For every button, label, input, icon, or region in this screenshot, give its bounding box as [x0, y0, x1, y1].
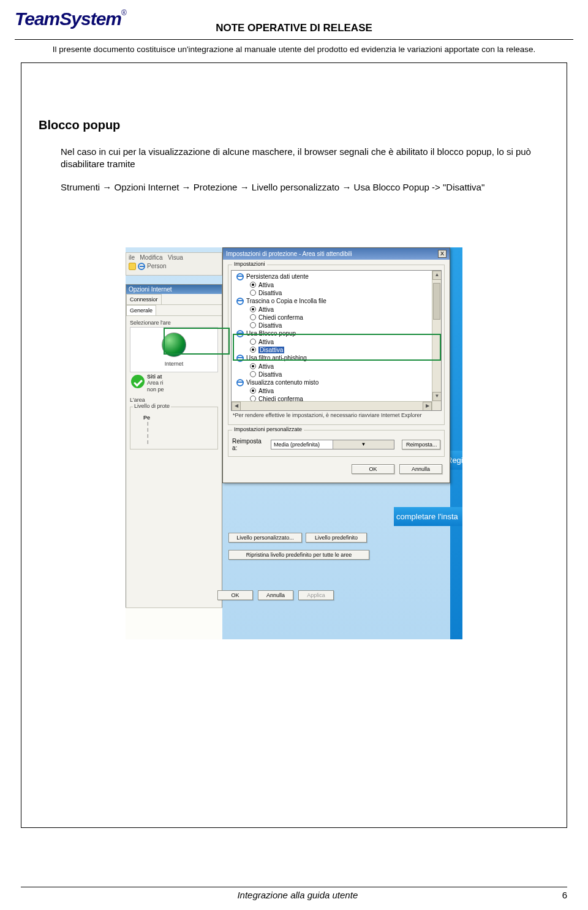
sel-area-label: Selezionare l'are [130, 320, 218, 326]
opzioni-ok-button[interactable]: OK [217, 590, 253, 600]
navigation-path: Strumenti → Opzioni Internet → Protezion… [61, 182, 549, 192]
opzioni-internet-dialog: Opzioni Internet Connessior Generale Sel… [126, 284, 222, 609]
dialog-title: Impostazioni di protezione - Area siti a… [226, 250, 352, 257]
internet-zone-label: Internet [132, 361, 216, 367]
non-pe-text: non pe [147, 386, 164, 393]
security-settings-dialog: Impostazioni di protezione - Area siti a… [222, 247, 450, 483]
impostazioni-legend: Impostazioni [232, 261, 267, 267]
opt-disattiva: Disattiva [258, 322, 282, 329]
pe-label: Pe [143, 415, 150, 421]
opt-attiva: Attiva [258, 282, 274, 288]
opzioni-body: Selezionare l'are Internet Siti at Area … [126, 316, 222, 453]
radio-icon[interactable] [250, 347, 256, 353]
radio-icon[interactable] [250, 363, 256, 369]
opzioni-annulla-button[interactable]: Annulla [258, 590, 293, 600]
tab-connessioni[interactable]: Connessior [126, 294, 162, 304]
menu-person[interactable]: Person [147, 263, 167, 269]
ie-icon [236, 379, 244, 386]
radio-icon[interactable] [250, 314, 256, 320]
favorites-icon[interactable] [129, 263, 136, 270]
radio-icon[interactable] [250, 322, 256, 328]
personalizzate-group: Impostazioni personalizzate Reimposta a:… [228, 430, 445, 457]
reimposta-combo[interactable]: Media (predefinita) ▼ [271, 440, 394, 449]
larea-text: L'area [130, 397, 218, 403]
ie-icon [236, 298, 244, 305]
content-frame: Blocco popup Nel caso in cui per la visu… [21, 62, 567, 828]
settings-tree[interactable]: Persistenza dati utente Attiva Disattiva… [231, 270, 442, 411]
ie-icon [138, 263, 145, 270]
btn-livello-personalizzato[interactable]: Livello personalizzato... [228, 533, 302, 543]
btn-livello-predefinito[interactable]: Livello predefinito [306, 533, 367, 543]
globe-icon[interactable] [162, 333, 186, 357]
radio-icon[interactable] [250, 290, 256, 296]
logo-reg: ® [121, 9, 126, 17]
section-heading: Blocco popup [39, 118, 549, 132]
opt-disattiva: Disattiva [258, 371, 282, 378]
radio-icon[interactable] [250, 282, 256, 288]
logo-text: TeamSystem [15, 9, 121, 29]
reimposta-label: Reimposta a: [232, 438, 267, 451]
radio-icon[interactable] [250, 371, 256, 377]
blue-right-strip [450, 247, 462, 639]
scroll-down-icon[interactable]: ▼ [432, 392, 442, 401]
dialog-body: Impostazioni Persistenza dati utente Att… [223, 260, 450, 483]
blue-strip-text-2: completare l'insta [394, 507, 462, 526]
scroll-right-icon[interactable]: ▶ [423, 402, 432, 411]
tree-content: Persistenza dati utente Attiva Disattiva… [232, 271, 441, 405]
document-subtitle: Il presente documento costituisce un'int… [0, 45, 588, 54]
bluestrip-line2: completare l'insta [396, 512, 458, 521]
personalizzate-legend: Impostazioni personalizzate [232, 426, 304, 432]
radio-icon[interactable] [250, 339, 256, 345]
opt-disattiva: Disattiva [258, 290, 282, 296]
opt-disattiva-selected: Disattiva [258, 347, 284, 353]
check-icon [131, 375, 145, 388]
ie-icon [236, 355, 244, 362]
opzioni-tabs-row1: Connessior [126, 294, 222, 305]
ie-icon [236, 330, 244, 337]
btn-ripristina[interactable]: Ripristina livello predefinito per tutte… [228, 550, 369, 560]
dialog-titlebar: Impostazioni di protezione - Area siti a… [223, 248, 450, 260]
horizontal-scrollbar[interactable]: ◀ ▶ [232, 401, 432, 410]
livello-prote-legend: Livello di prote [133, 403, 171, 409]
area-ri-text: Area ri [147, 380, 164, 386]
dialog-buttons: OK Annulla [228, 462, 445, 478]
footer-page-number: 6 [562, 890, 567, 900]
opt-attiva: Attiva [258, 306, 274, 313]
menu-visua[interactable]: Visua [168, 254, 183, 261]
impostazioni-group: Impostazioni Persistenza dati utente Att… [228, 265, 445, 425]
scroll-thumb[interactable] [433, 283, 440, 320]
bottom-pane [126, 607, 222, 639]
radio-icon[interactable] [250, 388, 256, 394]
item-usafiltro: Usa filtro anti-phishing [246, 355, 307, 361]
dropdown-icon[interactable]: ▼ [333, 440, 394, 449]
restart-note: *Per rendere effettive le impostazioni, … [231, 411, 442, 422]
header-rule [15, 39, 573, 40]
siti-at-label: Siti at [147, 374, 162, 380]
combo-value: Media (predefinita) [271, 442, 333, 448]
ie-icon [236, 273, 244, 280]
vertical-scrollbar[interactable]: ▲ ▼ [432, 271, 441, 410]
menu-modifica[interactable]: Modifica [140, 254, 162, 261]
footer-rule [21, 887, 567, 887]
tab-generale[interactable]: Generale [126, 305, 156, 315]
scroll-left-icon[interactable]: ◀ [232, 402, 241, 411]
radio-icon[interactable] [250, 306, 256, 312]
opt-attiva: Attiva [258, 339, 274, 345]
opt-chiedi: Chiedi conferma [258, 314, 303, 321]
footer-center-text: Integrazione alla guida utente [237, 890, 358, 900]
dialog-annulla-button[interactable]: Annulla [399, 464, 442, 474]
close-icon[interactable]: X [438, 250, 447, 258]
siti-attendibili-block: Siti at Area ri non pe [130, 374, 218, 393]
page-footer: Integrazione alla guida utente 6 [0, 887, 588, 900]
item-trascina: Trascina o Copia e Incolla file [246, 298, 326, 304]
opzioni-applica-button[interactable]: Applica [298, 590, 334, 600]
dialog-ok-button[interactable]: OK [352, 464, 394, 474]
reimposta-button[interactable]: Reimposta... [402, 440, 440, 449]
section-paragraph: Nel caso in cui per la visualizzazione d… [61, 146, 549, 171]
scroll-up-icon[interactable]: ▲ [432, 271, 442, 280]
item-persistenza: Persistenza dati utente [246, 273, 309, 280]
menu-file[interactable]: ile [129, 254, 135, 261]
opzioni-titlebar: Opzioni Internet [126, 285, 222, 294]
opt-attiva: Attiva [258, 388, 274, 394]
item-visualizza: Visualizza contenuto misto [246, 379, 318, 386]
